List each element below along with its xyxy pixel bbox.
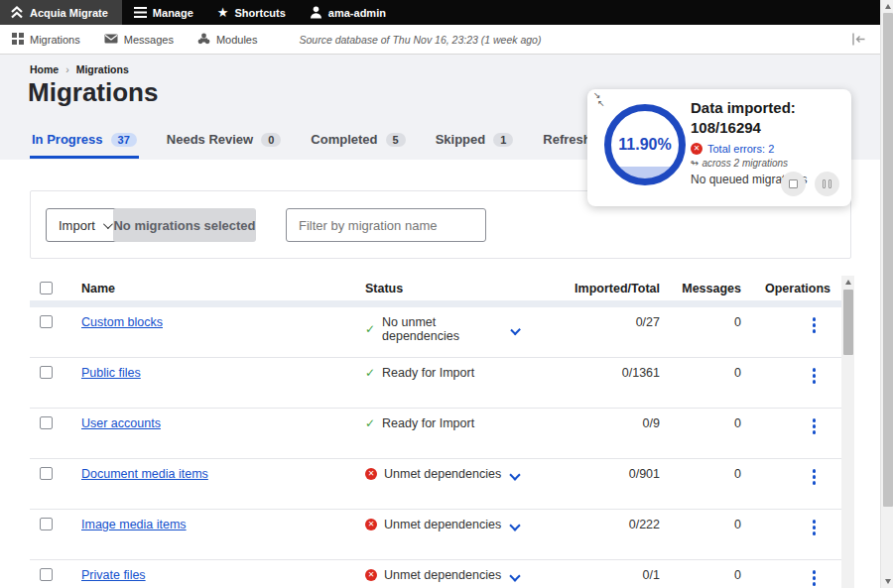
messages-count: 0 (660, 416, 741, 430)
error-icon (365, 569, 377, 581)
migration-link[interactable]: Image media items (81, 518, 187, 531)
page-scrollbar[interactable] (880, 0, 893, 588)
table-row: Document media items Unmet dependencies … (30, 459, 841, 510)
expand-status-icon[interactable] (509, 469, 520, 480)
star-icon: ★ (217, 6, 229, 19)
status-label: No unmet dependencies (382, 315, 504, 343)
row-checkbox[interactable] (40, 518, 53, 530)
tab-count-badge: 37 (111, 133, 137, 147)
operations-menu-icon[interactable] (811, 416, 819, 436)
tab-skipped[interactable]: Skipped 1 (434, 125, 516, 159)
check-icon (365, 322, 375, 336)
scroll-down-icon[interactable] (885, 579, 891, 584)
messages-count: 0 (660, 518, 741, 531)
migrations-nav-item[interactable]: Migrations (0, 25, 92, 54)
migration-link[interactable]: Private files (81, 568, 146, 582)
person-icon (310, 6, 322, 19)
migration-tabs: In Progress 37 Needs Review 0 Completed … (30, 125, 621, 159)
tab-count-badge: 0 (261, 133, 281, 147)
scroll-up-icon[interactable] (885, 4, 891, 9)
breadcrumb-home-link[interactable]: Home (30, 63, 59, 75)
error-icon (365, 468, 377, 480)
import-percent-label: 11.90% (603, 103, 687, 186)
imported-total-value: 0/1361 (539, 366, 660, 380)
pause-import-button[interactable] (815, 172, 839, 196)
messages-nav-item[interactable]: Messages (92, 25, 186, 54)
no-migrations-selected-button[interactable]: No migrations selected (113, 208, 256, 242)
stop-import-button[interactable] (781, 172, 806, 196)
operations-menu-icon[interactable] (811, 518, 819, 537)
imported-total-value: 0/901 (539, 467, 660, 481)
status-label: Unmet dependencies (384, 568, 501, 582)
operations-menu-icon[interactable] (811, 568, 819, 588)
expand-status-icon[interactable] (510, 325, 521, 336)
status-label: Ready for Import (382, 366, 474, 380)
secondary-toolbar: Migrations Messages Modules Source datab… (0, 25, 880, 55)
operations-menu-icon[interactable] (811, 467, 819, 487)
collapse-toolbar-icon[interactable] (851, 33, 866, 48)
imported-total-value: 0/9 (539, 416, 660, 430)
table-scrollbar[interactable] (841, 276, 854, 588)
column-header-name: Name (81, 282, 365, 295)
operations-menu-icon[interactable] (811, 315, 819, 335)
across-arrow-icon (691, 158, 702, 169)
table-row: Image media items Unmet dependencies 0/2… (30, 510, 841, 560)
messages-count: 0 (660, 568, 741, 582)
tab-completed[interactable]: Completed 5 (309, 125, 407, 159)
stop-icon (789, 179, 798, 188)
error-icon (365, 519, 377, 530)
messages-count: 0 (660, 366, 741, 380)
migrations-table: Name Status Imported/Total Messages Oper… (30, 276, 841, 588)
envelope-icon (104, 34, 118, 46)
user-menu-item[interactable]: ama-admin (298, 0, 398, 25)
grid-icon (12, 33, 24, 47)
table-row: Private files Unmet dependencies 0/1 0 (30, 560, 841, 588)
double-chevron-up-icon (10, 6, 24, 19)
migration-link[interactable]: Document media items (81, 467, 208, 481)
tab-count-badge: 1 (493, 133, 513, 147)
error-icon (691, 143, 702, 155)
column-header-operations: Operations (741, 282, 841, 295)
acquia-migrate-menu-item[interactable]: Acquia Migrate (0, 0, 122, 25)
table-row: User accounts Ready for Import 0/9 0 (30, 409, 841, 459)
tab-needs-review[interactable]: Needs Review 0 (165, 125, 284, 159)
imported-total-value: 0/222 (539, 518, 660, 531)
page-title: Migrations (28, 77, 158, 108)
operations-menu-icon[interactable] (811, 366, 819, 386)
modules-nav-item[interactable]: Modules (186, 25, 270, 54)
table-header-row: Name Status Imported/Total Messages Oper… (30, 276, 841, 300)
imported-total-value: 0/27 (539, 315, 660, 329)
expand-status-icon[interactable] (509, 520, 520, 530)
data-imported-label: Data imported: (691, 98, 844, 118)
row-checkbox[interactable] (40, 467, 53, 480)
tab-count-badge: 5 (386, 133, 406, 147)
migration-link[interactable]: User accounts (81, 416, 161, 430)
status-label: Unmet dependencies (384, 467, 501, 481)
row-checkbox[interactable] (40, 416, 53, 429)
filter-migration-input[interactable] (286, 208, 486, 242)
row-checkbox[interactable] (40, 366, 53, 379)
select-all-checkbox[interactable] (40, 282, 53, 294)
pause-icon (823, 179, 831, 188)
import-status-card: ↘↖ 11.90% Data imported: 108/16294 Total… (587, 89, 851, 206)
column-header-imported: Imported/Total (539, 282, 660, 295)
across-migrations-label: across 2 migrations (691, 158, 844, 169)
tab-in-progress[interactable]: In Progress 37 (30, 125, 139, 159)
total-errors-link[interactable]: Total errors: 2 (691, 143, 844, 155)
scrollbar-thumb[interactable] (843, 290, 853, 355)
import-dropdown-button[interactable]: Import (46, 208, 123, 242)
manage-menu-item[interactable]: Manage (122, 0, 205, 25)
messages-count: 0 (660, 467, 741, 481)
migration-link[interactable]: Public files (81, 366, 141, 380)
row-checkbox[interactable] (40, 568, 53, 581)
breadcrumb-separator-icon: › (65, 63, 69, 75)
cluster-icon (197, 33, 210, 47)
scroll-up-icon[interactable] (845, 280, 851, 285)
breadcrumb: Home›Migrations (30, 63, 129, 75)
column-header-messages: Messages (660, 282, 741, 295)
expand-status-icon[interactable] (509, 570, 520, 581)
scrollbar-thumb[interactable] (883, 13, 893, 507)
shortcuts-menu-item[interactable]: ★ Shortcuts (205, 0, 298, 25)
row-checkbox[interactable] (40, 315, 53, 328)
migration-link[interactable]: Custom blocks (81, 315, 163, 329)
